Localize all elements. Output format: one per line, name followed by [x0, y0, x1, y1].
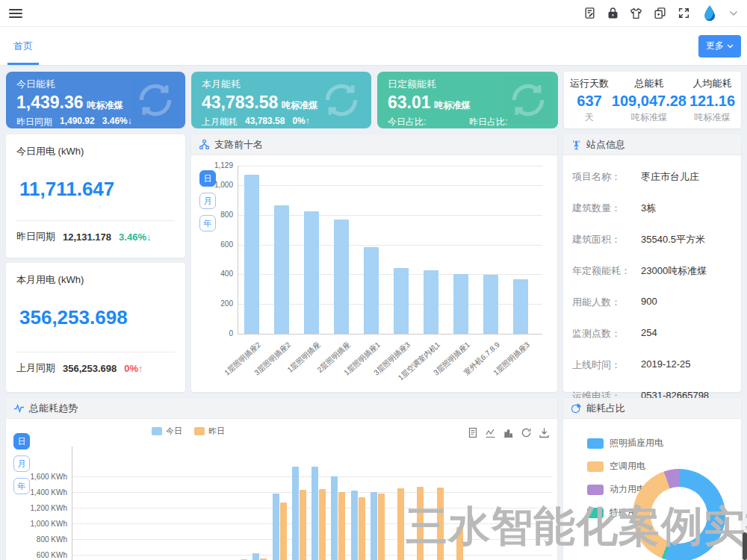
legend-item-照明插座用电[interactable]: 照明插座用电 — [587, 437, 663, 449]
branch-bar[interactable] — [483, 275, 498, 334]
panel-title: 今日用电 (kWh) — [16, 145, 175, 158]
site-row-value: 枣庄市台儿庄 — [641, 170, 699, 184]
card-quota-energy: 日定额能耗 63.01吨标准煤 今日占比: 2,284.2% 昨日占比: 2,3… — [377, 72, 558, 128]
recycle-icon — [320, 79, 362, 121]
pct-badge: 3.46%↓ — [119, 231, 151, 243]
site-row-label: 年定额能耗： — [572, 264, 641, 278]
panel-header: 总能耗趋势 — [6, 398, 557, 419]
trend-bar-今日[interactable] — [252, 553, 259, 560]
y-axis-line — [72, 447, 72, 560]
panel-header: 支路前十名 — [191, 134, 557, 155]
panel-title: 本月用电 (kWh) — [16, 273, 175, 287]
trend-bar-昨日[interactable] — [319, 489, 326, 560]
recycle-icon — [507, 79, 549, 121]
gridline — [238, 166, 542, 167]
site-info-row: 项目名称：枣庄市台儿庄 — [572, 161, 732, 193]
trend-bar-今日[interactable] — [331, 476, 338, 560]
site-info-row: 监测点数：254 — [572, 318, 732, 349]
card-unit: 吨标准煤 — [435, 100, 471, 111]
site-row-label: 用能人数： — [572, 296, 641, 309]
lock-icon[interactable] — [607, 7, 619, 19]
tab-home-label: 首页 — [13, 40, 33, 53]
gridline — [238, 185, 542, 186]
panel-header: 站点信息 — [563, 134, 741, 155]
branch-bar[interactable] — [274, 205, 289, 334]
watermark: 三水智能化案例实拍 — [406, 499, 747, 556]
card-pct: 3.46%↓ — [102, 116, 132, 128]
trend-bar-昨日[interactable] — [397, 488, 404, 560]
branch-bar[interactable] — [244, 175, 259, 334]
antenna-icon — [571, 139, 582, 150]
site-info-rows: 项目名称：枣庄市台儿庄建筑数量：3栋建筑面积：35540.5平方米年定额能耗：2… — [563, 155, 741, 418]
month-power-value: 356,253.698 — [19, 306, 175, 329]
branch-top10-panel: 支路前十名 日月年 02004006008001,0001,1291层照明插座2… — [191, 134, 557, 392]
panel-title: 总能耗趋势 — [29, 402, 78, 415]
more-chevron-icon — [727, 44, 734, 49]
branch-bar[interactable] — [424, 270, 438, 334]
stat-per-capita: 人均能耗 121.16 吨标准煤 — [689, 77, 735, 124]
branch-bar[interactable] — [513, 279, 528, 334]
tab-home[interactable]: 首页 — [6, 27, 40, 65]
top-bar — [0, 0, 747, 27]
y-axis-tick-label: 1,000 KWh — [15, 520, 67, 528]
card-value: 43,783.58 — [202, 93, 278, 112]
month-power-panel: 本月用电 (kWh) 356,253.698 上月同期 356,253.698 … — [6, 263, 185, 392]
y-axis-tick-label: 200 — [191, 299, 233, 308]
more-button[interactable]: 更多 — [698, 35, 741, 57]
trend-bar-今日[interactable] — [311, 467, 318, 560]
site-info-panel: 站点信息 项目名称：枣庄市台儿庄建筑数量：3栋建筑面积：35540.5平方米年定… — [563, 134, 741, 392]
site-row-label: 建筑面积： — [572, 233, 641, 246]
site-info-row: 上线时间：2019-12-25 — [572, 349, 732, 381]
site-row-label: 上线时间： — [572, 358, 641, 372]
trend-bar-昨日[interactable] — [359, 497, 365, 560]
hamburger-menu-icon[interactable] — [9, 9, 22, 18]
fullscreen-icon[interactable] — [678, 7, 690, 19]
trend-bar-今日[interactable] — [273, 494, 279, 560]
pie-chart-icon — [571, 402, 582, 414]
site-row-value: 3栋 — [641, 202, 656, 215]
stats-panel: 运行天数 637 天 总能耗 109,047.28 吨标准煤 人均能耗 121.… — [564, 72, 741, 128]
trend-bar-昨日[interactable] — [338, 492, 345, 560]
trend-bar-今日[interactable] — [292, 467, 299, 560]
stat-total-energy: 总能耗 109,047.28 吨标准煤 — [612, 77, 686, 124]
vertical-scrollbar-thumb[interactable] — [743, 532, 747, 560]
y-axis-tick-label: 400 — [191, 270, 233, 278]
stat-running-days: 运行天数 637 天 — [570, 77, 609, 124]
legend-swatch — [587, 438, 604, 449]
trend-bar-昨日[interactable] — [378, 494, 385, 560]
trend-bar-今日[interactable] — [371, 492, 377, 560]
site-row-value: 35540.5平方米 — [641, 233, 705, 246]
y-axis-tick-label: 800 — [191, 211, 233, 219]
card-unit: 吨标准煤 — [282, 100, 317, 111]
theme-shirt-icon[interactable] — [630, 7, 642, 19]
branch-bar[interactable] — [453, 274, 468, 334]
main-content: 今日能耗 1,439.36吨标准煤 昨日同期1,490.923.46%↓ 本月能… — [0, 66, 747, 560]
branch-bar[interactable] — [394, 268, 409, 334]
copy-icon[interactable] — [654, 7, 666, 19]
trend-bar-昨日[interactable] — [300, 490, 306, 560]
y-axis-tick-label: 1,600 KWh — [15, 473, 67, 481]
panel-title: 能耗占比 — [586, 402, 625, 415]
tab-active-underline — [7, 63, 39, 65]
y-axis-tick-label: 1,400 KWh — [15, 488, 67, 497]
branch-bar[interactable] — [364, 247, 379, 334]
site-row-value: 2019-12-25 — [641, 358, 691, 372]
trend-bar-今日[interactable] — [351, 491, 358, 560]
card-value: 1,439.36 — [16, 93, 84, 112]
panel-title: 支路前十名 — [214, 138, 263, 152]
pulse-icon — [13, 402, 25, 414]
trend-bar-昨日[interactable] — [280, 503, 287, 560]
branch-bar[interactable] — [334, 220, 349, 334]
water-drop-logo[interactable] — [701, 4, 718, 22]
site-row-value: 900 — [641, 296, 657, 309]
panel-title: 站点信息 — [586, 138, 625, 152]
tab-bar: 首页 更多 — [0, 27, 747, 66]
y-axis-tick-label: 600 KWh — [15, 551, 67, 559]
card-unit: 吨标准煤 — [87, 100, 123, 111]
user-menu-chevron-icon[interactable] — [729, 10, 738, 16]
log-note-icon[interactable] — [583, 7, 596, 19]
legend-swatch — [587, 461, 604, 472]
branch-bar-chart[interactable]: 02004006008001,0001,1291层照明插座23层照明插座21层照… — [191, 155, 557, 392]
legend-item-空调用电[interactable]: 空调用电 — [587, 460, 663, 473]
branch-bar[interactable] — [304, 211, 319, 334]
